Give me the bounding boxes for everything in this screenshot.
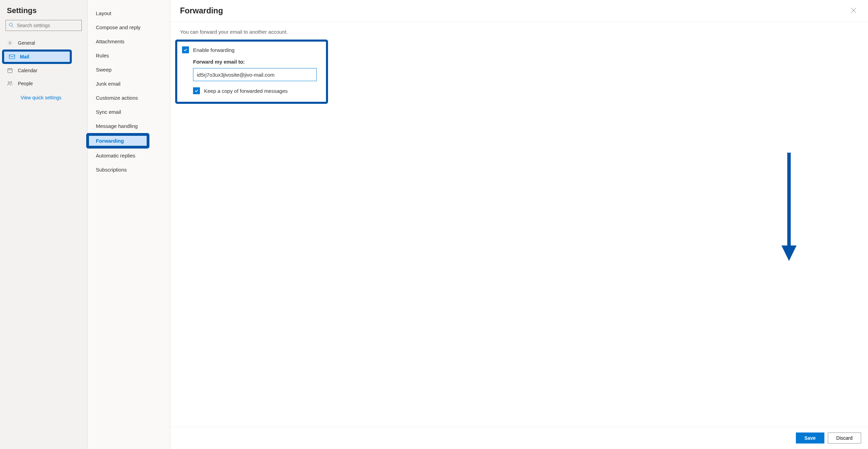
- subitem-compose[interactable]: Compose and reply: [88, 20, 170, 34]
- enable-forwarding-checkbox[interactable]: [182, 46, 189, 53]
- gear-icon: [7, 40, 13, 46]
- subitem-junk[interactable]: Junk email: [88, 77, 170, 91]
- people-icon: [7, 80, 13, 87]
- settings-sidebar: Settings General Mail: [0, 0, 88, 449]
- subitem-rules[interactable]: Rules: [88, 48, 170, 63]
- category-label: Mail: [20, 54, 29, 59]
- subitem-layout[interactable]: Layout: [88, 6, 170, 20]
- forward-to-label: Forward my email to:: [193, 59, 321, 65]
- settings-title: Settings: [0, 6, 87, 20]
- svg-line-1: [12, 26, 13, 27]
- discard-button[interactable]: Discard: [828, 432, 861, 443]
- svg-point-2: [9, 42, 11, 44]
- svg-point-8: [8, 82, 10, 84]
- subitem-customize[interactable]: Customize actions: [88, 91, 170, 105]
- main-body: You can forward your email to another ac…: [170, 22, 868, 427]
- forward-to-input[interactable]: [193, 68, 317, 81]
- subitem-sweep[interactable]: Sweep: [88, 63, 170, 77]
- annotation-highlight-mail: Mail: [2, 50, 72, 64]
- category-label: People: [18, 81, 33, 86]
- category-label: Calendar: [18, 68, 37, 73]
- mail-subnav: Layout Compose and reply Attachments Rul…: [88, 0, 170, 449]
- annotation-highlight-forwarding-section: Enable forwarding Forward my email to:: [175, 40, 328, 104]
- category-calendar[interactable]: Calendar: [0, 64, 87, 77]
- search-icon: [9, 22, 17, 29]
- keep-copy-checkbox[interactable]: [193, 87, 200, 94]
- svg-point-9: [11, 81, 12, 83]
- subitem-sync[interactable]: Sync email: [88, 105, 170, 119]
- main-panel: Forwarding You can forward your email to…: [170, 0, 868, 449]
- svg-rect-4: [8, 69, 12, 73]
- page-title: Forwarding: [180, 6, 223, 15]
- search-input[interactable]: [17, 23, 79, 28]
- search-settings-box[interactable]: [5, 20, 82, 31]
- intro-text: You can forward your email to another ac…: [180, 29, 858, 35]
- annotation-highlight-forwarding: Forwarding: [86, 133, 149, 149]
- subitem-attachments[interactable]: Attachments: [88, 34, 170, 48]
- checkmark-icon: [194, 88, 199, 94]
- forward-to-group: Forward my email to: Keep a copy of forw…: [193, 59, 321, 94]
- save-button[interactable]: Save: [796, 432, 824, 443]
- checkmark-icon: [183, 47, 188, 53]
- category-mail[interactable]: Mail: [4, 52, 70, 62]
- keep-copy-label: Keep a copy of forwarded messages: [204, 88, 288, 94]
- svg-marker-13: [781, 245, 797, 261]
- keep-copy-row: Keep a copy of forwarded messages: [193, 87, 321, 94]
- subitem-automatic-replies[interactable]: Automatic replies: [88, 149, 170, 163]
- main-header: Forwarding: [170, 0, 868, 22]
- category-general[interactable]: General: [0, 36, 87, 50]
- subitem-subscriptions[interactable]: Subscriptions: [88, 163, 170, 177]
- mail-icon: [9, 54, 15, 60]
- view-quick-settings-link[interactable]: View quick settings: [0, 90, 87, 105]
- category-people[interactable]: People: [0, 77, 87, 90]
- calendar-icon: [7, 67, 13, 74]
- close-icon: [851, 9, 856, 14]
- subitem-forwarding[interactable]: Forwarding: [89, 136, 147, 146]
- category-label: General: [18, 40, 35, 46]
- footer-actions: Save Discard: [170, 427, 868, 449]
- enable-forwarding-row: Enable forwarding: [182, 46, 321, 53]
- svg-rect-3: [9, 55, 15, 59]
- annotation-arrow: [779, 153, 799, 264]
- svg-point-0: [9, 23, 12, 26]
- subitem-message-handling[interactable]: Message handling: [88, 119, 170, 133]
- enable-forwarding-label: Enable forwarding: [193, 47, 235, 53]
- close-button[interactable]: [849, 6, 858, 16]
